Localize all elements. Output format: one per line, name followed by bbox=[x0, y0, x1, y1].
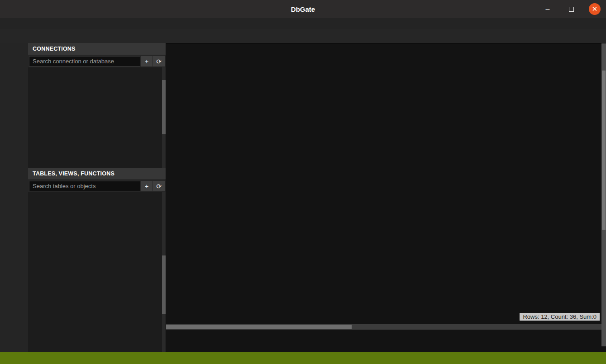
main-area: CONNECTIONS + ⟳ TABLES, VIEWS, FUNCTIONS… bbox=[0, 43, 606, 352]
maximize-icon bbox=[569, 7, 574, 12]
tables-add-button[interactable]: + bbox=[141, 181, 153, 191]
maximize-button[interactable] bbox=[565, 3, 577, 15]
status-bar bbox=[0, 352, 606, 364]
tables-search-row: + ⟳ bbox=[28, 180, 166, 192]
connections-search-input[interactable] bbox=[29, 56, 140, 66]
grid-area: Rows: 12, Count: 36, Sum:0 bbox=[166, 43, 606, 352]
tables-scrollbar[interactable] bbox=[162, 192, 166, 352]
connections-scrollbar[interactable] bbox=[162, 67, 166, 168]
minimize-button[interactable]: – bbox=[542, 3, 554, 15]
connections-add-button[interactable]: + bbox=[141, 56, 153, 66]
dbgate-window: DbGate – ✕ CONNECTIONS + ⟳ TABLES, V bbox=[0, 0, 606, 364]
tables-refresh-button[interactable]: ⟳ bbox=[153, 181, 165, 191]
window-controls: – ✕ bbox=[542, 0, 601, 18]
close-button[interactable]: ✕ bbox=[589, 3, 601, 15]
toolbar bbox=[0, 29, 606, 43]
grid-horizontal-scrollbar-thumb[interactable] bbox=[166, 325, 352, 329]
toolbar-spacer bbox=[0, 29, 606, 43]
sidebar-rail bbox=[0, 43, 28, 352]
grid-vertical-scrollbar[interactable] bbox=[601, 43, 606, 346]
tables-list bbox=[28, 192, 166, 352]
left-panel: CONNECTIONS + ⟳ TABLES, VIEWS, FUNCTIONS… bbox=[28, 43, 166, 352]
menu-bar bbox=[0, 18, 606, 29]
selection-stats-tooltip: Rows: 12, Count: 36, Sum:0 bbox=[520, 313, 600, 321]
connections-refresh-button[interactable]: ⟳ bbox=[153, 56, 165, 66]
data-grid: Rows: 12, Count: 36, Sum:0 bbox=[166, 43, 606, 352]
window-title: DbGate bbox=[291, 5, 315, 13]
title-bar: DbGate – ✕ bbox=[0, 0, 606, 18]
grid-horizontal-scrollbar[interactable] bbox=[166, 324, 601, 330]
connections-search-row: + ⟳ bbox=[28, 55, 166, 67]
tables-scrollbar-thumb[interactable] bbox=[162, 255, 166, 314]
connections-list bbox=[28, 67, 166, 168]
tables-header: TABLES, VIEWS, FUNCTIONS bbox=[28, 168, 166, 180]
connections-scrollbar-thumb[interactable] bbox=[162, 80, 166, 134]
connections-header: CONNECTIONS bbox=[28, 43, 166, 55]
tables-search-input[interactable] bbox=[29, 181, 140, 191]
grid-vertical-scrollbar-thumb[interactable] bbox=[602, 71, 606, 230]
